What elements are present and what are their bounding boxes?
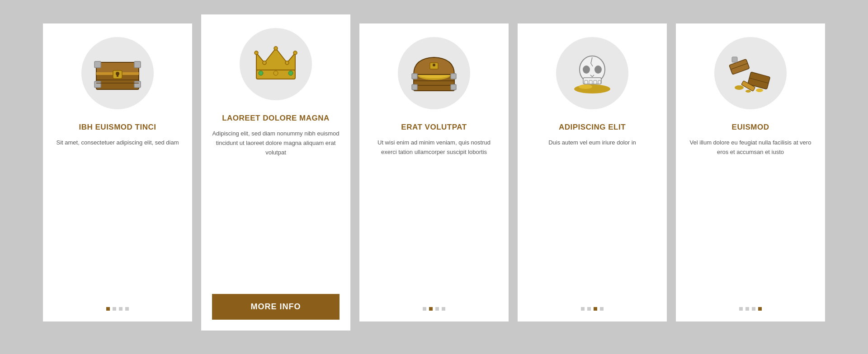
- card-3-title: ERAT VOLUTPAT: [401, 123, 467, 132]
- dot: [581, 307, 585, 311]
- card-3-body: Ut wisi enim ad minim veniam, quis nostr…: [370, 138, 498, 296]
- svg-point-17: [255, 51, 258, 55]
- svg-rect-31: [451, 84, 456, 90]
- svg-point-18: [293, 51, 297, 55]
- dot: [442, 307, 445, 311]
- card-5-icon-circle: [714, 37, 787, 109]
- skull-icon: [567, 48, 617, 98]
- card-5-title: EUISMOD: [732, 123, 769, 132]
- svg-point-43: [583, 65, 590, 74]
- svg-rect-29: [451, 74, 456, 79]
- card-1-icon-circle: [81, 37, 154, 109]
- dot: [125, 307, 129, 311]
- svg-point-51: [756, 88, 763, 92]
- dot: [739, 307, 743, 311]
- card-2-body: Adipiscing elit, sed diam nonummy nibh e…: [212, 129, 340, 283]
- svg-rect-9: [117, 75, 118, 77]
- dot: [435, 307, 439, 311]
- card-4-dots: [581, 307, 604, 311]
- svg-point-52: [745, 90, 751, 93]
- svg-point-21: [274, 47, 278, 50]
- dot: [106, 307, 110, 311]
- card-2: LAOREET DOLORE MAGNA Adipiscing elit, se…: [201, 14, 350, 331]
- card-3-icon-circle: [398, 37, 470, 109]
- card-2-title: LAOREET DOLORE MAGNA: [222, 114, 330, 123]
- svg-marker-13: [256, 48, 295, 70]
- dot: [429, 307, 433, 311]
- card-1: IBH EUISMOD TINCI Sit amet, consectetuer…: [43, 23, 192, 321]
- svg-point-15: [274, 71, 278, 75]
- svg-point-44: [594, 65, 602, 74]
- card-1-title: IBH EUISMOD TINCI: [79, 123, 156, 132]
- svg-rect-5: [94, 81, 101, 88]
- svg-rect-39: [585, 80, 588, 84]
- svg-rect-4: [134, 61, 141, 68]
- svg-rect-53: [732, 57, 737, 62]
- dot: [745, 307, 749, 311]
- crown-icon: [251, 39, 301, 89]
- dot: [594, 307, 597, 311]
- card-5-body: Vel illum dolore eu feugiat nulla facili…: [687, 138, 814, 296]
- svg-rect-40: [589, 80, 592, 84]
- dot: [587, 307, 591, 311]
- dot: [758, 307, 762, 311]
- svg-point-20: [285, 61, 289, 65]
- dot: [752, 307, 755, 311]
- svg-point-14: [259, 71, 263, 75]
- svg-rect-28: [412, 74, 417, 79]
- card-2-icon-circle: [240, 28, 312, 100]
- card-4-icon-circle: [556, 37, 628, 109]
- svg-rect-41: [594, 80, 597, 84]
- dot: [600, 307, 604, 311]
- dot: [119, 307, 123, 311]
- treasure-chest-open-icon: [409, 48, 459, 98]
- broken-chest-icon: [726, 48, 775, 98]
- card-4: ADIPISCING ELIT Duis autem vel eum iriur…: [518, 23, 667, 321]
- svg-point-36: [594, 86, 604, 89]
- svg-rect-30: [412, 84, 417, 90]
- svg-point-33: [433, 64, 435, 66]
- more-info-button[interactable]: MORE INFO: [212, 294, 340, 320]
- treasure-chest-closed-icon: [93, 48, 142, 98]
- card-5: EUISMOD Vel illum dolore eu feugiat null…: [676, 23, 825, 321]
- card-3: ERAT VOLUTPAT Ut wisi enim ad minim veni…: [359, 23, 509, 321]
- svg-point-16: [288, 71, 293, 75]
- svg-point-50: [735, 85, 744, 90]
- card-5-dots: [739, 307, 762, 311]
- card-4-body: Duis autem vel eum iriure dolor in: [548, 138, 636, 296]
- card-4-title: ADIPISCING ELIT: [559, 123, 626, 132]
- svg-rect-3: [94, 61, 101, 68]
- cards-container: IBH EUISMOD TINCI Sit amet, consectetuer…: [11, 5, 857, 349]
- dot: [423, 307, 426, 311]
- svg-rect-6: [134, 81, 141, 88]
- card-3-dots: [423, 307, 445, 311]
- card-1-dots: [106, 307, 129, 311]
- dot: [113, 307, 116, 311]
- card-1-body: Sit amet, consectetuer adipiscing elit, …: [57, 138, 179, 296]
- svg-point-35: [579, 84, 592, 89]
- svg-rect-42: [598, 80, 601, 84]
- svg-point-19: [263, 61, 266, 65]
